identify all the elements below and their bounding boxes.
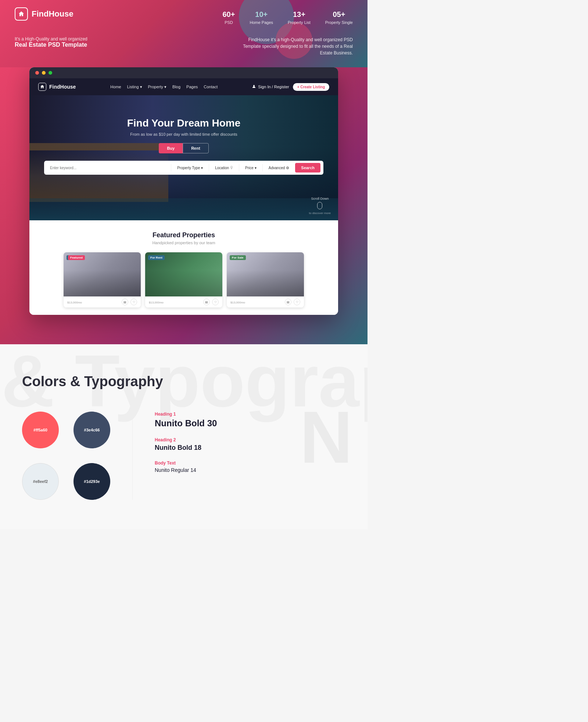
card-2-actions: ▤ ♡ (203, 299, 219, 305)
site-brand: FindHouse (38, 83, 76, 91)
property-cards: For Rent Featured $13,000mo ▤ ♡ (38, 252, 329, 307)
search-button[interactable]: Search (295, 163, 320, 173)
swatch-light-circle: #e8eef2 (22, 463, 59, 500)
tagline-sub: It's a High-Quality and well organized (15, 36, 87, 42)
filter-price[interactable]: Price ▾ (241, 164, 260, 171)
scroll-sub: to discover more (309, 211, 331, 215)
swatch-navy: #3e4c66 (74, 412, 110, 448)
filter-advanced[interactable]: Advanced ⚙ (265, 164, 293, 171)
search-keyword-input[interactable] (47, 164, 169, 171)
hero-section: Find Your Dream Home From as low as $10 … (29, 95, 338, 220)
nav-contact[interactable]: Contact (204, 85, 218, 89)
stat-list-label: Property List (288, 20, 311, 25)
stat-home-label: Home Pages (250, 20, 273, 25)
tab-rent[interactable]: Rent (183, 143, 208, 153)
stat-single-number: 05+ (325, 10, 353, 19)
card-2-price: $13,000mo (149, 300, 164, 304)
nav-actions: Sign In / Register + Create Listing (252, 83, 329, 91)
card-2-gallery-icon[interactable]: ▤ (203, 299, 210, 305)
tagline-main: Real Estate PSD Template (15, 42, 87, 48)
site-nav: FindHouse Home Listing ▾ Property ▾ Blog… (29, 78, 338, 95)
card-3-tag: For Sale (230, 255, 246, 260)
swatch-coral: #ff5a60 (22, 412, 59, 448)
hero-tabs: Buy Rent (29, 143, 338, 153)
card-2-favorite-icon[interactable]: ♡ (212, 299, 219, 305)
property-card-3: For Sale $13,000mo ▤ ♡ (227, 252, 304, 307)
swatch-dark-circle: #1d293e (74, 463, 110, 500)
browser-dot-maximize (49, 71, 52, 75)
swatch-light: #e8eef2 (22, 463, 59, 500)
property-card-3-image: For Sale (227, 252, 304, 296)
nav-listing[interactable]: Listing ▾ (127, 85, 142, 89)
card-1-gallery-icon[interactable]: ▤ (122, 299, 128, 305)
stat-single: 05+ Property Single (325, 10, 353, 25)
browser-dot-close (35, 71, 39, 75)
tagline-right: FindHouse it's a high-Quality and well o… (243, 36, 353, 56)
stat-psd: 60+ PSD (223, 10, 235, 25)
n-watermark: N (300, 401, 353, 474)
browser-dot-minimize (42, 71, 46, 75)
stat-psd-label: PSD (225, 20, 233, 25)
scroll-mouse-icon (317, 202, 322, 209)
card-2-price-bar: $13,000mo ▤ ♡ (145, 296, 222, 307)
colors-row: #ff5a60 #3e4c66 #e8eef2 #1d293e (22, 412, 345, 500)
card-3-price-bar: $13,000mo ▤ ♡ (227, 296, 304, 307)
tagline-left: It's a High-Quality and well organized R… (15, 36, 87, 56)
search-divider-2 (209, 164, 209, 171)
card-2-tag: For Rent (148, 255, 165, 260)
filter-type[interactable]: Property Type ▾ (173, 164, 207, 171)
nav-blog[interactable]: Blog (172, 85, 180, 89)
search-divider-3 (239, 164, 239, 171)
colors-typography-section: Colors & Typograp Colors & Typography #f… (0, 344, 368, 529)
brand-logo-icon (15, 7, 28, 21)
stat-psd-number: 60+ (223, 10, 235, 19)
nav-property[interactable]: Property ▾ (148, 85, 167, 89)
swatch-light-label: #e8eef2 (33, 479, 48, 484)
swatch-coral-circle: #ff5a60 (22, 412, 59, 448)
filter-location[interactable]: Location (211, 164, 237, 171)
card-1-featured-tag: Featured (68, 255, 85, 260)
search-divider-4 (262, 164, 263, 171)
section-title: Colors & Typography (22, 374, 345, 390)
property-card-2-image: For Rent (145, 252, 222, 296)
swatch-dark: #1d293e (74, 463, 110, 500)
card-1-favorite-icon[interactable]: ♡ (130, 299, 137, 305)
hero-subtitle: From as low as $10 per day with limited … (29, 132, 338, 136)
hero-content: Find Your Dream Home From as low as $10 … (29, 95, 338, 175)
card-1-price-bar: $13,000mo ▤ ♡ (64, 296, 141, 307)
property-card-1-image: For Rent Featured (64, 252, 141, 296)
site-brand-icon (38, 83, 46, 91)
scroll-down: Scroll Down to discover more (309, 197, 331, 215)
swatch-navy-circle: #3e4c66 (74, 412, 110, 448)
featured-section: Featured Properties Handpicked propertie… (29, 220, 338, 315)
swatch-navy-label: #3e4c66 (84, 428, 100, 432)
property-card-2: For Rent $13,000mo ▤ ♡ (145, 252, 222, 307)
search-bar: Property Type ▾ Location Price ▾ Advance… (44, 161, 323, 175)
property-card-1: For Rent Featured $13,000mo ▤ ♡ (64, 252, 141, 307)
hero-title: Find Your Dream Home (29, 117, 338, 129)
nav-pages[interactable]: Pages (186, 85, 198, 89)
featured-title: Featured Properties (38, 231, 329, 239)
color-swatches: #ff5a60 #3e4c66 #e8eef2 #1d293e (22, 412, 110, 500)
card-1-price: $13,000mo (67, 300, 82, 304)
nav-signin[interactable]: Sign In / Register (252, 85, 289, 89)
featured-subtitle: Handpicked properties by our team (38, 241, 329, 245)
header-tagline: It's a High-Quality and well organized R… (0, 33, 368, 67)
create-listing-button[interactable]: + Create Listing (293, 83, 329, 91)
browser-mockup: FindHouse Home Listing ▾ Property ▾ Blog… (29, 67, 338, 315)
search-divider-1 (171, 164, 171, 171)
card-3-gallery-icon[interactable]: ▤ (285, 299, 291, 305)
svg-point-1 (253, 85, 255, 86)
card-3-favorite-icon[interactable]: ♡ (294, 299, 300, 305)
brand-logo: FindHouse (15, 7, 74, 21)
card-1-actions: ▤ ♡ (122, 299, 137, 305)
site-brand-name: FindHouse (49, 84, 76, 90)
typography-panel: N Heading 1 Nunito Bold 30 Heading 2 Nun… (132, 412, 345, 500)
swatch-coral-label: #ff5a60 (33, 428, 47, 432)
top-header: FindHouse 60+ PSD 10+ Home Pages 13+ Pro… (0, 0, 368, 67)
nav-links: Home Listing ▾ Property ▾ Blog Pages Con… (110, 85, 218, 89)
tab-buy[interactable]: Buy (159, 143, 183, 153)
nav-home[interactable]: Home (110, 85, 121, 89)
stat-single-label: Property Single (325, 20, 353, 25)
card-3-actions: ▤ ♡ (285, 299, 300, 305)
